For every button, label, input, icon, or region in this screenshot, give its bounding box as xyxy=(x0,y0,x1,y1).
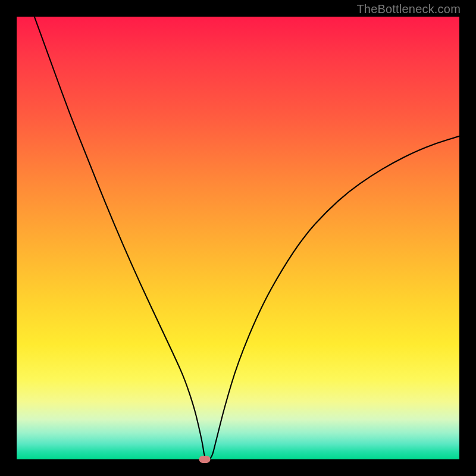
chart-frame: TheBottleneck.com xyxy=(0,0,476,476)
watermark-text: TheBottleneck.com xyxy=(356,2,461,16)
plot-area xyxy=(17,17,459,459)
bottleneck-curve xyxy=(17,17,459,459)
optimum-marker xyxy=(199,456,211,463)
